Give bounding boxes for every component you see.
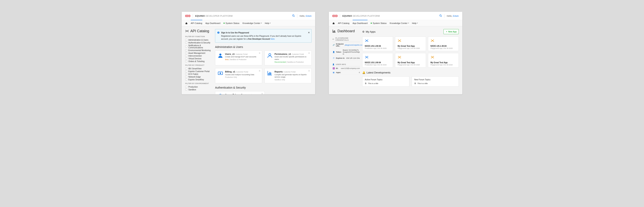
api-tags: Production Only: [225, 76, 254, 79]
expires-row: ⏱Expires In: 23d 14h 11m 54s: [332, 56, 360, 60]
bell-icon: 🔔: [362, 71, 365, 74]
nav-help[interactable]: Help▾: [265, 20, 271, 26]
filter-checkbox-item[interactable]: Orders & Ticketing: [185, 60, 213, 63]
filter-checkbox-item[interactable]: Administration & Users: [185, 39, 213, 41]
clock-icon: ⏱: [332, 57, 335, 59]
document-icon: 🗎: [365, 82, 367, 84]
api-card[interactable]: 🗎Billing_v1Customer PortalAccess and Ana…: [215, 68, 262, 83]
section-admin-title: Administration & Users: [215, 45, 312, 49]
forum-item[interactable]: 🗎This is a title: [414, 82, 456, 84]
app-meta: Production App | Oct 30 2020: [365, 64, 390, 66]
filter-checkbox-item[interactable]: IBX SmartView: [185, 67, 213, 70]
app-meta: Playground App | Oct 30 2020: [398, 47, 423, 49]
dashboard-main: ⚙My Apps ＋New App NXOC-US-1-W-04Producti…: [362, 26, 462, 94]
new-app-button[interactable]: ＋New App: [444, 29, 459, 34]
user-link[interactable]: Edwin: [306, 15, 312, 17]
filter-checkbox-item[interactable]: Environmental Monitoring: [185, 49, 213, 52]
link-icon: 🔗: [332, 44, 335, 46]
filter-checkbox-item[interactable]: Notifications & Communications: [185, 44, 213, 49]
checkbox-icon: [185, 79, 187, 81]
cluster-icon: [430, 55, 456, 60]
plus-icon: ＋: [446, 30, 448, 33]
checkbox-icon: [185, 70, 187, 72]
nav-system-status[interactable]: System Status: [371, 20, 386, 26]
api-card[interactable]: 🗎ReportsCustomer PortalCompile and gener…: [264, 68, 312, 83]
app-name: My Great Test App: [398, 62, 423, 64]
app-card[interactable]: My Great Test AppPlayground App | Oct 30…: [428, 53, 459, 68]
app-card[interactable]: NXOC-US-1-W-04Production App | Oct 30 20…: [362, 53, 393, 68]
checkbox-icon: [185, 49, 187, 51]
svg-rect-12: [218, 32, 218, 33]
bars-icon: [267, 70, 272, 76]
api-card[interactable]: 🗎Users_v1Customer PortalCreate and manag…: [215, 51, 262, 65]
nav-knowledge-center[interactable]: Knowledge Center▾: [390, 20, 409, 26]
money-icon: [218, 70, 223, 76]
app-meta: Playground App | Oct 30 2020: [398, 64, 423, 66]
status-dot-icon: [371, 23, 372, 24]
api-catalog-app: EQUINIX DEVELOPER PLATFORM Hello, Edwin …: [182, 12, 315, 94]
forum-item[interactable]: 🗎This is a title: [365, 82, 407, 84]
chevron-down-icon: ▾: [261, 22, 262, 24]
credentials-head: ▭PLAYGROUND CREDENTIALS: [332, 36, 360, 42]
app-name: NXOC-US-1-W-04: [430, 45, 456, 47]
filter-label: Notifications & Communications: [188, 44, 213, 49]
greeting: Hello, Edwin: [300, 15, 312, 17]
endpoint-link[interactable]: playground.equinix.com: [345, 44, 364, 46]
id-icon: 🆔: [332, 67, 335, 69]
api-card[interactable]: 🗎AccessToken_v1Authentication: [215, 91, 265, 94]
filter-label: ECX Fabric: [188, 73, 198, 75]
filter-checkbox-item[interactable]: Interconnection: [185, 54, 213, 57]
filter-label: Asset Management: [188, 52, 205, 54]
app-card[interactable]: My Great Test AppPlayground App | Oct 30…: [395, 37, 426, 51]
filter-label: IBX SmartView: [188, 68, 202, 70]
user-link[interactable]: Edwin: [453, 15, 459, 17]
api-desc: Compile and generate reports on Equinix …: [274, 73, 309, 78]
nav-knowledge-center[interactable]: Knowledge Center▾: [242, 20, 262, 26]
svg-rect-20: [270, 73, 271, 75]
svg-rect-24: [334, 30, 334, 32]
alert-link[interactable]: here.: [270, 38, 275, 40]
nav-help[interactable]: Help▾: [412, 20, 418, 26]
nav-app-dashboard[interactable]: App Dashboard: [206, 20, 220, 26]
filter-checkbox-item[interactable]: Equinix SmartKey: [185, 78, 213, 81]
filter-label: Authentication & Security: [188, 42, 210, 44]
search-icon[interactable]: [292, 14, 295, 17]
filter-checkbox-item[interactable]: Authentication & Security: [185, 41, 213, 44]
document-icon: 🗎: [414, 82, 416, 84]
app-name: My Great Test App: [398, 45, 423, 47]
filter-checkbox-item[interactable]: Asset Management: [185, 52, 213, 54]
svg-point-21: [440, 15, 441, 16]
nav-home[interactable]: [332, 20, 335, 26]
api-portal: Customer Portal: [236, 71, 248, 73]
new-forum-panel: New Forum Topics 🗎This is a title: [412, 76, 459, 87]
checkbox-icon: [185, 42, 187, 44]
new-forum-title: New Forum Topics: [414, 79, 456, 81]
search-icon[interactable]: [439, 14, 442, 17]
filter-checkbox-item[interactable]: Production: [185, 85, 213, 88]
app-card[interactable]: NXOC-US-1-W-04Playground App | Oct 30 20…: [428, 37, 459, 51]
document-icon: 🗎: [258, 70, 261, 72]
alert-close-icon[interactable]: ✕: [308, 31, 310, 34]
nav-home[interactable]: [185, 20, 188, 26]
svg-line-1: [294, 16, 294, 17]
filter-checkbox-item[interactable]: ECX Fabric: [185, 73, 213, 75]
filter-checkbox-item[interactable]: Equinix Customer Portal: [185, 70, 213, 73]
filter-checkbox-item[interactable]: Virtual Devices: [185, 57, 213, 60]
app-card[interactable]: NXOC-US-1-W-04Production App | Oct 30 20…: [362, 37, 393, 51]
svg-point-15: [269, 53, 271, 56]
filter-checkbox-item[interactable]: Network Edge: [185, 75, 213, 78]
nav-app-dashboard[interactable]: App Dashboard: [352, 20, 368, 26]
nav-api-catalog[interactable]: API Catalog: [338, 20, 350, 26]
api-tags: Sandbox Only: [274, 79, 309, 81]
topbar: EQUINIX DEVELOPER PLATFORM Hello, Edwin: [182, 12, 315, 20]
svg-point-0: [292, 15, 294, 16]
api-name: Permissions_v1: [274, 53, 291, 55]
app-card[interactable]: My Great Test AppPlayground App | Oct 30…: [395, 53, 426, 68]
checkbox-icon: [185, 60, 187, 62]
filter-checkbox-item[interactable]: Sandbox: [185, 88, 213, 91]
filter-label: Equinix Customer Portal: [188, 70, 210, 73]
nav-system-status[interactable]: System Status: [224, 20, 240, 26]
api-card[interactable]: 🗎Permissions_v1Customer PortalGrant and …: [264, 51, 312, 65]
nav-api-catalog[interactable]: API Catalog: [191, 20, 202, 26]
filter-label: Production: [188, 86, 198, 88]
